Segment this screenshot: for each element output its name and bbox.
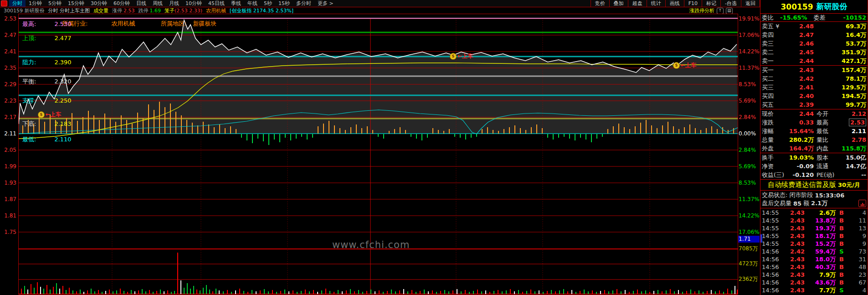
- stat-row-4: 外盘164.4万内盘115.8万: [760, 144, 868, 153]
- toolbar-button-0[interactable]: 竞价: [591, 0, 609, 7]
- tx-count: 31: [847, 256, 866, 263]
- period-tab-14[interactable]: 15秒: [275, 0, 293, 7]
- industry-tag[interactable]: 农用机械: [206, 7, 226, 14]
- timeshare-chart[interactable]: 所属行业: 农用机械 所属地区: 新疆板块 最高:2.530上顶:2.477阻力…: [18, 14, 738, 295]
- bid-row-2[interactable]: 买三2.41129.5万: [760, 83, 868, 92]
- tx-time: 14:55: [762, 225, 781, 232]
- period-tab-8[interactable]: 月线: [166, 0, 182, 7]
- tx-price: 2.43: [781, 256, 805, 263]
- tx-volume: 19.3万: [805, 224, 836, 233]
- scrollbar-thumb[interactable]: [760, 234, 762, 243]
- bid-price: 2.42: [786, 75, 814, 82]
- transaction-row-2[interactable]: 14:552.4319.3万B13: [760, 224, 868, 232]
- tx-price: 2.43: [781, 217, 805, 224]
- bid-label: 买一: [762, 66, 786, 74]
- tx-direction: B: [836, 271, 847, 278]
- toolbar-button-6[interactable]: 标记: [702, 0, 720, 7]
- panel-layout-icon[interactable]: ▤: [726, 8, 733, 14]
- transaction-row-8[interactable]: 14:562.437.9万B23: [760, 271, 868, 279]
- view-name[interactable]: 分时 分时上车主图: [48, 7, 90, 14]
- period-tab-2[interactable]: 5分钟: [45, 0, 65, 7]
- toolbar-button-8[interactable]: 返回: [741, 0, 760, 7]
- period-tab-6[interactable]: 日线: [133, 0, 149, 7]
- price-axis-label: 1.93: [0, 180, 16, 186]
- toolbar-button-7[interactable]: -自选: [720, 0, 741, 7]
- period-tab-3[interactable]: 15分钟: [65, 0, 87, 7]
- period-tab-16[interactable]: 更多 >: [314, 0, 337, 7]
- price-axis-label: 2.41: [0, 48, 16, 55]
- stat-value1: 164.4万: [786, 145, 814, 153]
- period-tab-15[interactable]: 多分时: [293, 0, 314, 7]
- arrow-up-icon[interactable]: ↑: [717, 8, 724, 14]
- stat-label1: 涨幅: [762, 127, 786, 135]
- tick-transaction-list: 14:552.432.6万B414:552.4313.8万B1114:552.4…: [760, 209, 868, 294]
- stat2-label1: 净资: [762, 162, 786, 171]
- tx-price: 2.43: [781, 240, 805, 247]
- after-hours-chart-icon[interactable]: [858, 200, 866, 207]
- period-tab-13[interactable]: 5秒: [261, 0, 275, 7]
- transaction-row-3[interactable]: 14:552.4318.1万B9: [760, 232, 868, 240]
- tx-volume: 13.8万: [805, 217, 836, 225]
- index-quote[interactable]: [创业板指 2174.35 2.53%]: [230, 7, 293, 14]
- price-axis-label: 2.47: [0, 32, 16, 38]
- level-value: 2.110: [54, 136, 71, 143]
- percent-axis-label: 17.06%: [739, 32, 760, 38]
- ask-volume: 351.9万: [814, 48, 866, 57]
- transaction-row-4[interactable]: 14:552.4315.2万B9: [760, 240, 868, 248]
- period-tab-11[interactable]: 季线: [228, 0, 244, 7]
- region-value[interactable]: 新疆板块: [193, 20, 216, 27]
- subscription-banner[interactable]: 自动续费通达信普及版 30元/月: [760, 179, 868, 191]
- percent-axis-label: 8.53%: [739, 180, 760, 186]
- period-tab-1[interactable]: 1分钟: [26, 0, 45, 7]
- transaction-row-7[interactable]: 14:562.4340.3万B48: [760, 263, 868, 271]
- toolbar-button-3[interactable]: 统计: [647, 0, 665, 7]
- period-tab-4[interactable]: 30分钟: [87, 0, 110, 7]
- ask-row-1[interactable]: 卖四2.4716.4万: [760, 31, 868, 39]
- period-tab-5[interactable]: 60分钟: [110, 0, 133, 7]
- bid-row-1[interactable]: 买二2.4278.1万: [760, 74, 868, 83]
- percent-axis-label: 17.06%: [739, 229, 760, 235]
- period-tab-12[interactable]: 年线: [244, 0, 261, 7]
- price-axis-label: 2.17: [0, 114, 16, 120]
- period-tab-9[interactable]: 10分钟: [182, 0, 205, 7]
- transaction-row-6[interactable]: 14:562.4318.0万B31: [760, 255, 868, 263]
- ask-row-0[interactable]: 卖五 ¥2.4869.3万: [760, 22, 868, 31]
- ask-label: 卖一: [762, 57, 786, 65]
- toolbar-button-1[interactable]: 叠加: [609, 0, 628, 7]
- ask-row-3[interactable]: 卖二2.45351.9万: [760, 48, 868, 57]
- bid-row-3[interactable]: 买四2.40194.5万: [760, 92, 868, 100]
- volume-indicator-label[interactable]: 成交量: [93, 7, 108, 14]
- weicha-value: -10152: [843, 14, 866, 21]
- stat2-value1: -0.09: [786, 163, 814, 170]
- bid-label: 买二: [762, 75, 786, 83]
- transaction-row-9[interactable]: 14:562.4343.6万B67: [760, 279, 868, 286]
- stat-value2: 2.11: [840, 128, 866, 135]
- chart-canvas: [19, 15, 738, 295]
- ask-volume: 16.4万: [814, 31, 866, 39]
- price-axis-label: 1.87: [0, 196, 16, 202]
- bid-row-4[interactable]: 买五2.3999.7万: [760, 100, 868, 109]
- tx-direction: B: [836, 279, 847, 286]
- period-tab-7[interactable]: 周线: [149, 0, 166, 7]
- transaction-row-10[interactable]: 14:562.437.7万S4: [760, 286, 868, 294]
- transaction-row-0[interactable]: 14:552.432.6万B4: [760, 209, 868, 217]
- toolbar-button-2[interactable]: 超盘: [628, 0, 647, 7]
- transaction-row-1[interactable]: 14:552.4313.8万B11: [760, 217, 868, 224]
- app-logo-icon[interactable]: [1, 0, 7, 6]
- bid-row-0[interactable]: 买一2.43157.4万: [760, 66, 868, 74]
- tx-time: 14:56: [762, 279, 781, 286]
- industry-value[interactable]: 农用机械: [112, 20, 135, 27]
- ask-row-4[interactable]: 卖一2.44427.1万: [760, 57, 868, 65]
- tx-time: 14:55: [762, 240, 781, 247]
- tx-price: 2.43: [781, 279, 805, 286]
- limit-analysis-label[interactable]: 涨跌停分析: [689, 7, 714, 14]
- period-tab-10[interactable]: 45日线: [205, 0, 228, 7]
- volume-axis-label: 4723万: [739, 260, 760, 267]
- toolbar-button-5[interactable]: F10: [684, 0, 702, 7]
- stat-label1: 现价: [762, 110, 786, 118]
- period-tab-0[interactable]: 分时: [9, 0, 26, 7]
- ask-row-2[interactable]: 卖三2.4653.7万: [760, 39, 868, 48]
- toolbar-button-4[interactable]: 画线: [665, 0, 684, 7]
- transaction-row-5[interactable]: 14:562.4259.4万S73: [760, 248, 868, 255]
- level-name: 上顶:: [22, 35, 36, 41]
